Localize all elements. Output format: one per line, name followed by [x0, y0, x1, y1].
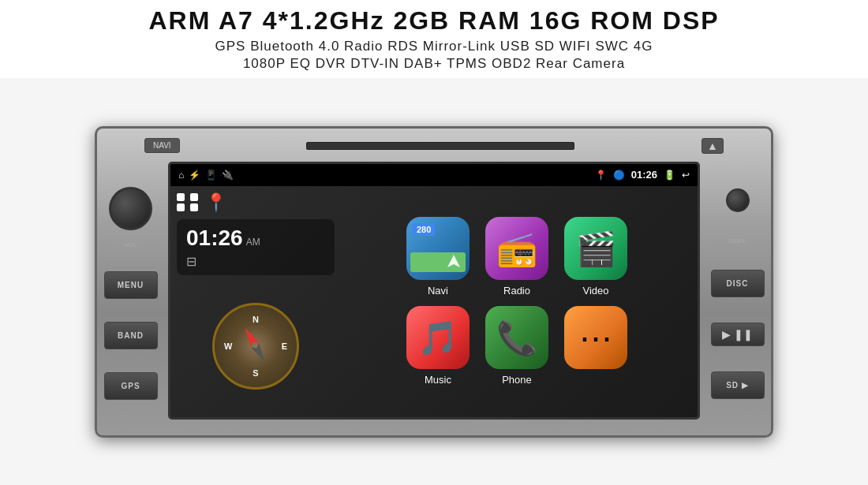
navi-app-label: Navi — [428, 285, 448, 297]
home-icon: ⌂ — [178, 170, 184, 181]
navi-badge: 280 — [413, 223, 435, 236]
eject-button[interactable]: ▲ — [702, 138, 724, 154]
status-right: 📍 🔵 01:26 🔋 ↩ — [595, 169, 690, 181]
more-app-icon[interactable]: ⋯ — [564, 306, 627, 386]
grid-dot — [190, 203, 198, 211]
grid-dot — [190, 193, 198, 201]
specs-area: ARM A7 4*1.2GHz 2GB RAM 16G ROM DSP GPS … — [0, 0, 868, 78]
music-app-label: Music — [425, 374, 451, 386]
back-icon[interactable]: ↩ — [682, 170, 690, 181]
screen: ⌂ ⚡ 📱 🔌 📍 🔵 01:26 🔋 ↩ — [168, 162, 700, 420]
right-buttons: SEEK DISC ▶ ❚❚ SD ▶ — [704, 168, 771, 420]
clock-time: 01:26 — [186, 226, 243, 251]
navi-app-icon[interactable]: 280 Navi — [406, 217, 470, 297]
phone-app-label: Phone — [502, 374, 532, 386]
volume-knob[interactable] — [109, 187, 152, 230]
bluetooth-status-icon: 🔵 — [613, 170, 625, 181]
music-app-icon[interactable]: 🎵 Music — [406, 306, 470, 386]
clock-widget: 01:26 AM ⊟ — [177, 219, 335, 275]
status-left-icons: ⌂ ⚡ 📱 🔌 — [178, 170, 234, 181]
radio-app-image: 📻 — [485, 217, 548, 280]
seek-label: SEEK — [729, 237, 746, 244]
app-grid-icon[interactable] — [177, 193, 200, 211]
grid-dot — [177, 203, 185, 211]
page-wrapper: ARM A7 4*1.2GHz 2GB RAM 16G ROM DSP GPS … — [0, 0, 868, 485]
status-time: 01:26 — [631, 169, 657, 181]
left-panel: 📍 01:26 AM ⊟ — [177, 192, 335, 411]
eq-icon: ⊟ — [186, 254, 196, 269]
specs-row1: ARM A7 4*1.2GHz 2GB RAM 16G ROM DSP — [16, 6, 852, 35]
radio-app-label: Radio — [503, 285, 530, 297]
radio-app-icon[interactable]: 📻 Radio — [485, 217, 548, 297]
battery-icon: 🔋 — [664, 170, 675, 181]
video-app-label: Video — [582, 285, 608, 297]
right-panel: 280 Navi 📻 — [342, 192, 691, 411]
band-button[interactable]: BAND — [104, 322, 158, 349]
app-row-1: 280 Navi 📻 — [342, 217, 691, 297]
music-app-image: 🎵 — [406, 306, 470, 369]
left-buttons: VOL MENU BAND GPS — [97, 168, 164, 420]
cd-slot — [306, 142, 574, 150]
disc-button[interactable]: DISC — [711, 270, 765, 297]
video-emoji: 🎬 — [575, 229, 616, 268]
play-pause-button[interactable]: ▶ ❚❚ — [711, 323, 765, 346]
compass-south: S — [253, 368, 258, 378]
usb-icon: ⚡ — [189, 170, 200, 181]
navi-button[interactable]: NAVI — [144, 138, 180, 153]
compass-needle — [238, 323, 273, 368]
top-bar: NAVI ▲ — [144, 135, 724, 157]
map-pin-icon: 📍 — [205, 192, 226, 213]
compass-east: E — [282, 341, 287, 351]
seek-knob[interactable] — [726, 188, 750, 212]
svg-marker-1 — [251, 342, 269, 364]
specs-row3: 1080P EQ DVR DTV-IN DAB+ TPMS OBD2 Rear … — [16, 56, 852, 72]
grid-dot — [177, 193, 185, 201]
clock-ampm: AM — [246, 237, 260, 248]
plug-icon: 🔌 — [222, 170, 234, 181]
android-screen: ⌂ ⚡ 📱 🔌 📍 🔵 01:26 🔋 ↩ — [170, 164, 698, 417]
compass-west: W — [224, 341, 232, 351]
main-content: 📍 01:26 AM ⊟ — [170, 186, 698, 417]
compass: N S E W — [212, 303, 299, 390]
phone-app-icon[interactable]: 📞 Phone — [485, 306, 548, 386]
sd-button[interactable]: SD ▶ — [711, 371, 765, 399]
video-app-image: 🎬 — [564, 217, 627, 280]
clock-icon-row: ⊟ — [186, 254, 325, 269]
svg-marker-2 — [447, 255, 460, 267]
specs-row2: GPS Bluetooth 4.0 Radio RDS Mirror-Link … — [16, 39, 852, 54]
phone-icon: 📱 — [205, 170, 217, 181]
stereo-unit: NAVI ▲ VOL MENU BAND GPS ⌂ — [95, 126, 773, 438]
vol-label: VOL — [124, 241, 137, 248]
radio-emoji: 📻 — [496, 229, 537, 268]
navi-app-image: 280 — [406, 217, 470, 280]
more-emoji: ⋯ — [579, 319, 612, 357]
app-row-2: 🎵 Music 📞 Phone — [342, 306, 691, 386]
music-emoji: 🎵 — [417, 319, 458, 357]
compass-widget: N S E W — [177, 282, 335, 411]
status-bar: ⌂ ⚡ 📱 🔌 📍 🔵 01:26 🔋 ↩ — [170, 164, 698, 186]
compass-north: N — [253, 315, 259, 324]
location-status-icon: 📍 — [595, 170, 607, 181]
widgets-top: 📍 — [177, 192, 335, 213]
phone-emoji: 📞 — [496, 319, 537, 357]
compass-inner: N S E W — [224, 315, 287, 378]
svg-marker-0 — [241, 325, 259, 347]
video-app-icon[interactable]: 🎬 Video — [564, 217, 627, 297]
menu-button[interactable]: MENU — [104, 271, 158, 299]
gps-button[interactable]: GPS — [104, 372, 158, 400]
phone-app-image: 📞 — [485, 306, 548, 369]
more-app-image: ⋯ — [564, 306, 627, 369]
